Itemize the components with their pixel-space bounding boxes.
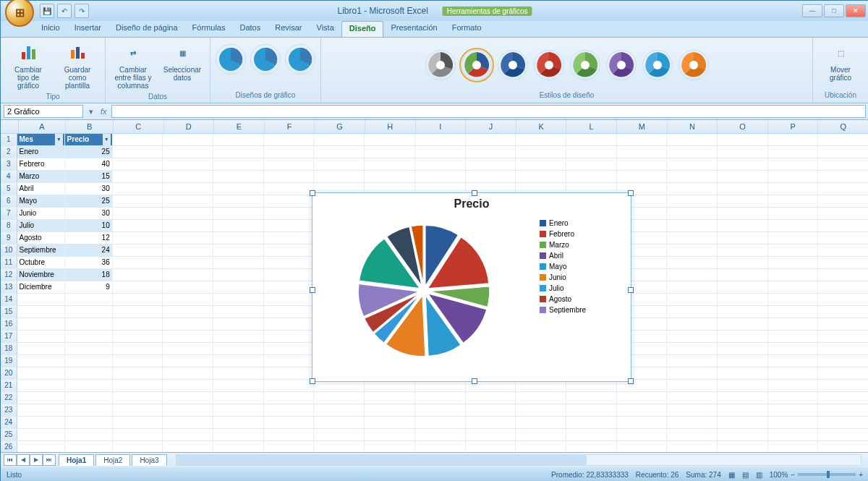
namebox-dropdown-icon[interactable]: ▾ bbox=[86, 107, 96, 116]
cell[interactable] bbox=[667, 318, 718, 330]
cell[interactable] bbox=[566, 146, 617, 158]
cell[interactable] bbox=[667, 331, 718, 342]
cell[interactable] bbox=[213, 269, 264, 281]
cell[interactable] bbox=[213, 257, 264, 268]
cell[interactable] bbox=[818, 244, 868, 256]
cell[interactable] bbox=[768, 146, 819, 158]
cell[interactable] bbox=[65, 392, 113, 404]
cell[interactable] bbox=[113, 331, 163, 342]
cell[interactable] bbox=[768, 380, 819, 391]
column-header[interactable]: J bbox=[466, 120, 516, 133]
pie-plot-area[interactable] bbox=[312, 215, 535, 367]
cell[interactable] bbox=[768, 171, 819, 182]
cell[interactable] bbox=[264, 244, 315, 256]
cell[interactable] bbox=[768, 367, 819, 379]
row-header[interactable]: 8 bbox=[1, 220, 17, 231]
cell[interactable] bbox=[667, 306, 718, 318]
cell[interactable] bbox=[163, 158, 213, 170]
formula-input[interactable] bbox=[111, 105, 866, 118]
cell[interactable] bbox=[818, 281, 868, 293]
cell[interactable] bbox=[667, 392, 718, 404]
horizontal-scrollbar[interactable] bbox=[176, 454, 861, 466]
cell[interactable] bbox=[667, 158, 718, 170]
cell[interactable] bbox=[213, 404, 264, 416]
cell[interactable] bbox=[818, 429, 868, 440]
column-header[interactable]: D bbox=[164, 120, 215, 133]
cell[interactable] bbox=[163, 220, 213, 231]
cell[interactable] bbox=[314, 134, 365, 145]
cell[interactable] bbox=[65, 417, 113, 428]
cell[interactable] bbox=[17, 404, 65, 416]
cell[interactable] bbox=[113, 417, 163, 428]
cell[interactable] bbox=[466, 441, 516, 452]
cell[interactable] bbox=[65, 404, 113, 416]
cell[interactable] bbox=[65, 367, 113, 379]
cell[interactable] bbox=[213, 429, 264, 440]
row-header[interactable]: 20 bbox=[1, 367, 17, 379]
cell[interactable] bbox=[718, 257, 768, 268]
cell[interactable] bbox=[264, 281, 315, 293]
cell[interactable] bbox=[264, 429, 315, 440]
cell[interactable] bbox=[768, 244, 819, 256]
cell[interactable] bbox=[365, 429, 415, 440]
cell[interactable] bbox=[667, 269, 718, 281]
cell[interactable] bbox=[113, 244, 163, 256]
cell[interactable] bbox=[768, 220, 819, 231]
cell[interactable] bbox=[213, 441, 264, 452]
cell[interactable] bbox=[415, 392, 466, 404]
cell[interactable] bbox=[213, 331, 264, 342]
cell[interactable] bbox=[818, 294, 868, 305]
view-pagebreak-icon[interactable]: ▥ bbox=[756, 471, 762, 479]
cell[interactable] bbox=[163, 183, 213, 195]
cell[interactable]: 25 bbox=[65, 146, 113, 158]
zoom-out-icon[interactable]: − bbox=[791, 471, 795, 479]
legend-item[interactable]: Julio bbox=[540, 284, 626, 292]
cell[interactable] bbox=[768, 134, 819, 145]
cell[interactable] bbox=[163, 343, 213, 354]
cell[interactable] bbox=[17, 294, 65, 305]
cell[interactable] bbox=[163, 441, 213, 452]
cell[interactable] bbox=[667, 220, 718, 231]
cell[interactable] bbox=[718, 331, 768, 342]
cell[interactable]: Junio bbox=[17, 208, 65, 219]
cell[interactable] bbox=[163, 429, 213, 440]
cell[interactable] bbox=[667, 208, 718, 219]
cell[interactable] bbox=[17, 343, 65, 354]
cell[interactable] bbox=[17, 380, 65, 391]
cell[interactable] bbox=[213, 367, 264, 379]
legend-item[interactable]: Enero bbox=[540, 219, 626, 227]
cell[interactable] bbox=[365, 146, 415, 158]
cell[interactable] bbox=[213, 171, 264, 182]
view-normal-icon[interactable]: ▦ bbox=[728, 471, 735, 479]
cell[interactable] bbox=[314, 404, 365, 416]
cell[interactable] bbox=[718, 392, 768, 404]
cell[interactable] bbox=[617, 441, 668, 452]
cell[interactable] bbox=[163, 232, 213, 244]
cell[interactable] bbox=[113, 429, 163, 440]
cell[interactable] bbox=[65, 318, 113, 330]
cell[interactable] bbox=[113, 220, 163, 231]
cell[interactable] bbox=[163, 392, 213, 404]
cell[interactable] bbox=[516, 429, 566, 440]
cell[interactable] bbox=[213, 158, 264, 170]
cell[interactable] bbox=[65, 331, 113, 342]
select-all-corner[interactable] bbox=[1, 120, 19, 133]
cell[interactable] bbox=[466, 429, 516, 440]
cell[interactable] bbox=[818, 331, 868, 342]
cell[interactable] bbox=[516, 158, 566, 170]
cell[interactable] bbox=[264, 208, 315, 219]
cell[interactable] bbox=[264, 183, 315, 195]
cell[interactable] bbox=[566, 417, 617, 428]
cell[interactable] bbox=[264, 441, 315, 452]
column-header[interactable]: O bbox=[718, 120, 768, 133]
cell[interactable] bbox=[113, 441, 163, 452]
cell[interactable]: Abril bbox=[17, 183, 65, 195]
cell[interactable]: 40 bbox=[65, 158, 113, 170]
cell[interactable] bbox=[415, 429, 466, 440]
cell[interactable] bbox=[718, 343, 768, 354]
cell[interactable] bbox=[818, 392, 868, 404]
legend-item[interactable]: Agosto bbox=[540, 295, 626, 303]
cell[interactable]: 25 bbox=[65, 195, 113, 207]
legend-item[interactable]: Abril bbox=[540, 252, 626, 260]
cell[interactable] bbox=[264, 343, 315, 354]
